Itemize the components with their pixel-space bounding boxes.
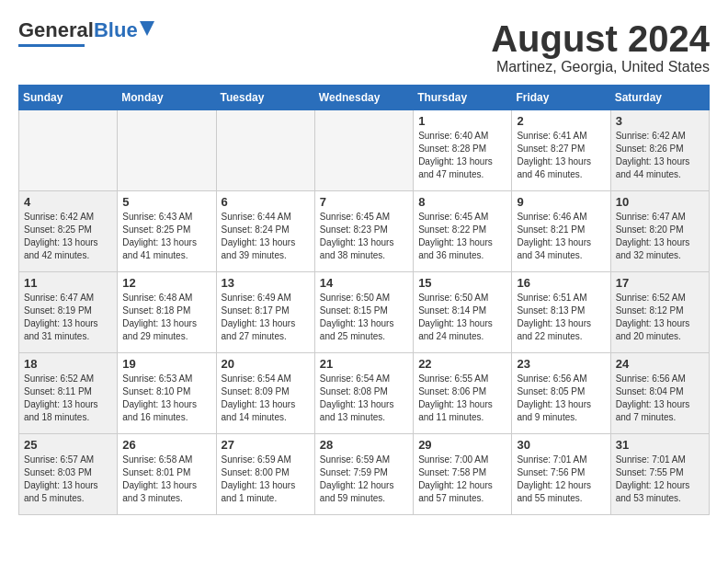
day-number: 4 xyxy=(24,195,112,209)
calendar-cell: 7Sunrise: 6:45 AM Sunset: 8:23 PM Daylig… xyxy=(314,191,413,272)
day-number: 18 xyxy=(24,357,112,371)
calendar-cell: 16Sunrise: 6:51 AM Sunset: 8:13 PM Dayli… xyxy=(512,272,610,353)
day-number: 13 xyxy=(222,276,310,290)
week-row-4: 18Sunrise: 6:52 AM Sunset: 8:11 PM Dayli… xyxy=(19,353,710,434)
calendar-cell: 24Sunrise: 6:56 AM Sunset: 8:04 PM Dayli… xyxy=(610,353,709,434)
calendar-cell xyxy=(118,110,216,191)
calendar-cell: 9Sunrise: 6:46 AM Sunset: 8:21 PM Daylig… xyxy=(512,191,610,272)
day-info: Sunrise: 6:56 AM Sunset: 8:05 PM Dayligh… xyxy=(517,373,605,424)
calendar-cell: 30Sunrise: 7:01 AM Sunset: 7:56 PM Dayli… xyxy=(512,434,610,515)
calendar-cell: 3Sunrise: 6:42 AM Sunset: 8:26 PM Daylig… xyxy=(610,110,709,191)
logo-general: General xyxy=(18,18,94,42)
calendar-cell: 19Sunrise: 6:53 AM Sunset: 8:10 PM Dayli… xyxy=(118,353,216,434)
week-row-5: 25Sunrise: 6:57 AM Sunset: 8:03 PM Dayli… xyxy=(19,434,710,515)
day-number: 28 xyxy=(320,438,408,452)
day-info: Sunrise: 6:45 AM Sunset: 8:23 PM Dayligh… xyxy=(320,211,408,262)
day-number: 26 xyxy=(122,438,210,452)
calendar-cell: 23Sunrise: 6:56 AM Sunset: 8:05 PM Dayli… xyxy=(512,353,610,434)
calendar-cell: 14Sunrise: 6:50 AM Sunset: 8:15 PM Dayli… xyxy=(314,272,413,353)
day-number: 22 xyxy=(418,357,506,371)
calendar-cell: 10Sunrise: 6:47 AM Sunset: 8:20 PM Dayli… xyxy=(610,191,709,272)
page-header: General Blue August 2024 Martinez, Georg… xyxy=(18,18,710,75)
day-number: 16 xyxy=(517,276,605,290)
week-row-1: 1Sunrise: 6:40 AM Sunset: 8:28 PM Daylig… xyxy=(19,110,710,191)
calendar-cell: 8Sunrise: 6:45 AM Sunset: 8:22 PM Daylig… xyxy=(414,191,512,272)
day-number: 25 xyxy=(24,438,112,452)
calendar-header-row: Sunday Monday Tuesday Wednesday Thursday… xyxy=(19,86,710,110)
day-info: Sunrise: 6:54 AM Sunset: 8:09 PM Dayligh… xyxy=(222,373,310,424)
day-number: 15 xyxy=(418,276,506,290)
week-row-3: 11Sunrise: 6:47 AM Sunset: 8:19 PM Dayli… xyxy=(19,272,710,353)
day-number: 14 xyxy=(320,276,408,290)
logo-underline xyxy=(18,44,85,47)
calendar-cell: 21Sunrise: 6:54 AM Sunset: 8:08 PM Dayli… xyxy=(314,353,413,434)
calendar-cell xyxy=(19,110,118,191)
day-number: 5 xyxy=(122,195,210,209)
col-wednesday: Wednesday xyxy=(314,86,413,110)
day-number: 20 xyxy=(222,357,310,371)
day-number: 9 xyxy=(517,195,605,209)
day-info: Sunrise: 6:55 AM Sunset: 8:06 PM Dayligh… xyxy=(418,373,506,424)
col-friday: Friday xyxy=(512,86,610,110)
day-number: 12 xyxy=(122,276,210,290)
day-info: Sunrise: 6:50 AM Sunset: 8:15 PM Dayligh… xyxy=(320,292,408,343)
day-number: 27 xyxy=(222,438,310,452)
day-info: Sunrise: 6:52 AM Sunset: 8:12 PM Dayligh… xyxy=(616,292,704,343)
col-monday: Monday xyxy=(118,86,216,110)
day-number: 30 xyxy=(517,438,605,452)
calendar-cell: 17Sunrise: 6:52 AM Sunset: 8:12 PM Dayli… xyxy=(610,272,709,353)
calendar-cell: 12Sunrise: 6:48 AM Sunset: 8:18 PM Dayli… xyxy=(118,272,216,353)
calendar-cell: 31Sunrise: 7:01 AM Sunset: 7:55 PM Dayli… xyxy=(610,434,709,515)
day-info: Sunrise: 6:51 AM Sunset: 8:13 PM Dayligh… xyxy=(517,292,605,343)
calendar-table: Sunday Monday Tuesday Wednesday Thursday… xyxy=(18,85,710,515)
day-info: Sunrise: 6:56 AM Sunset: 8:04 PM Dayligh… xyxy=(616,373,704,424)
day-info: Sunrise: 6:45 AM Sunset: 8:22 PM Dayligh… xyxy=(418,211,506,262)
col-thursday: Thursday xyxy=(414,86,512,110)
calendar-cell: 1Sunrise: 6:40 AM Sunset: 8:28 PM Daylig… xyxy=(414,110,512,191)
calendar-cell xyxy=(216,110,314,191)
day-info: Sunrise: 6:47 AM Sunset: 8:19 PM Dayligh… xyxy=(24,292,112,343)
day-info: Sunrise: 6:42 AM Sunset: 8:26 PM Dayligh… xyxy=(616,130,704,181)
day-number: 24 xyxy=(616,357,704,371)
day-info: Sunrise: 6:59 AM Sunset: 8:00 PM Dayligh… xyxy=(222,454,310,505)
calendar-cell: 20Sunrise: 6:54 AM Sunset: 8:09 PM Dayli… xyxy=(216,353,314,434)
calendar-cell: 11Sunrise: 6:47 AM Sunset: 8:19 PM Dayli… xyxy=(19,272,118,353)
logo-blue: Blue xyxy=(94,18,138,42)
day-number: 17 xyxy=(616,276,704,290)
day-number: 21 xyxy=(320,357,408,371)
day-number: 6 xyxy=(222,195,310,209)
day-info: Sunrise: 7:01 AM Sunset: 7:56 PM Dayligh… xyxy=(517,454,605,505)
day-info: Sunrise: 6:59 AM Sunset: 7:59 PM Dayligh… xyxy=(320,454,408,505)
day-info: Sunrise: 6:40 AM Sunset: 8:28 PM Dayligh… xyxy=(418,130,506,181)
day-info: Sunrise: 6:44 AM Sunset: 8:24 PM Dayligh… xyxy=(222,211,310,262)
day-info: Sunrise: 7:00 AM Sunset: 7:58 PM Dayligh… xyxy=(418,454,506,505)
day-number: 11 xyxy=(24,276,112,290)
day-number: 3 xyxy=(616,114,704,128)
day-info: Sunrise: 6:58 AM Sunset: 8:01 PM Dayligh… xyxy=(122,454,210,505)
calendar-cell: 5Sunrise: 6:43 AM Sunset: 8:25 PM Daylig… xyxy=(118,191,216,272)
calendar-cell: 26Sunrise: 6:58 AM Sunset: 8:01 PM Dayli… xyxy=(118,434,216,515)
calendar-cell: 27Sunrise: 6:59 AM Sunset: 8:00 PM Dayli… xyxy=(216,434,314,515)
col-saturday: Saturday xyxy=(610,86,709,110)
calendar-cell: 4Sunrise: 6:42 AM Sunset: 8:25 PM Daylig… xyxy=(19,191,118,272)
day-number: 8 xyxy=(418,195,506,209)
day-info: Sunrise: 6:42 AM Sunset: 8:25 PM Dayligh… xyxy=(24,211,112,262)
col-sunday: Sunday xyxy=(19,86,118,110)
location: Martinez, Georgia, United States xyxy=(491,59,710,75)
title-block: August 2024 Martinez, Georgia, United St… xyxy=(491,18,710,75)
day-info: Sunrise: 6:52 AM Sunset: 8:11 PM Dayligh… xyxy=(24,373,112,424)
day-info: Sunrise: 6:54 AM Sunset: 8:08 PM Dayligh… xyxy=(320,373,408,424)
day-number: 31 xyxy=(616,438,704,452)
day-info: Sunrise: 6:57 AM Sunset: 8:03 PM Dayligh… xyxy=(24,454,112,505)
logo-icon xyxy=(140,21,154,36)
day-info: Sunrise: 6:48 AM Sunset: 8:18 PM Dayligh… xyxy=(122,292,210,343)
day-info: Sunrise: 6:41 AM Sunset: 8:27 PM Dayligh… xyxy=(517,130,605,181)
col-tuesday: Tuesday xyxy=(216,86,314,110)
calendar-cell: 13Sunrise: 6:49 AM Sunset: 8:17 PM Dayli… xyxy=(216,272,314,353)
calendar-cell xyxy=(314,110,413,191)
calendar-cell: 22Sunrise: 6:55 AM Sunset: 8:06 PM Dayli… xyxy=(414,353,512,434)
calendar-cell: 18Sunrise: 6:52 AM Sunset: 8:11 PM Dayli… xyxy=(19,353,118,434)
calendar-cell: 28Sunrise: 6:59 AM Sunset: 7:59 PM Dayli… xyxy=(314,434,413,515)
day-info: Sunrise: 6:49 AM Sunset: 8:17 PM Dayligh… xyxy=(222,292,310,343)
day-info: Sunrise: 6:46 AM Sunset: 8:21 PM Dayligh… xyxy=(517,211,605,262)
